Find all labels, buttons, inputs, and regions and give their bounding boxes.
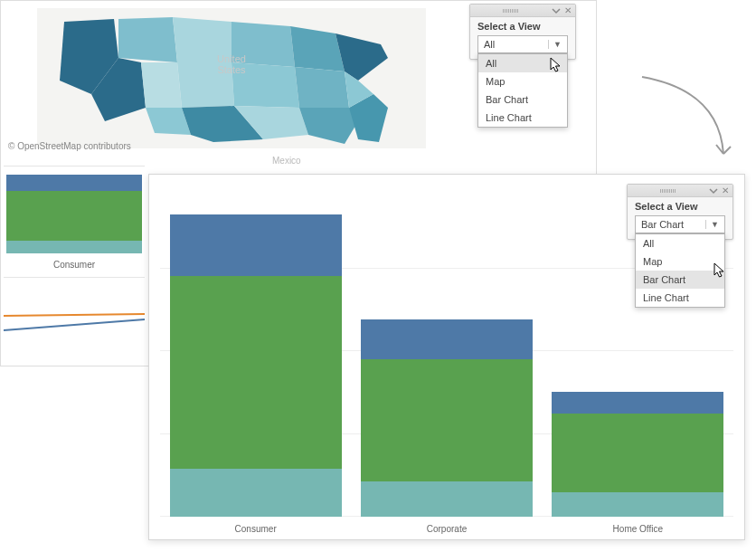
bar-stack: [552, 392, 723, 517]
svg-text:United: United: [217, 53, 246, 64]
chevron-down-icon[interactable]: [709, 186, 718, 195]
svg-line-4: [4, 319, 145, 330]
close-icon[interactable]: ✕: [564, 6, 572, 15]
dropdown-list[interactable]: All Map Bar Chart Line Chart: [635, 233, 725, 308]
map-attribution: © OpenStreetMap contributors: [8, 141, 131, 151]
mini-bar-label: Consumer: [4, 260, 145, 270]
bar-segment: [552, 414, 723, 492]
mini-line-svg: [4, 305, 145, 341]
x-axis-labels: Consumer Corporate Home Office: [160, 524, 733, 534]
dropdown-item-all[interactable]: All: [636, 234, 724, 252]
bar-group[interactable]: [170, 186, 342, 517]
dropdown-item-all[interactable]: All: [478, 54, 567, 72]
mini-bar-seg-blue: [6, 175, 142, 191]
svg-text:States: States: [217, 64, 246, 75]
dropdown-item-map[interactable]: Map: [636, 252, 724, 271]
bar-group[interactable]: [361, 186, 533, 517]
mini-bar-stack: [6, 175, 142, 253]
bar-stack: [361, 319, 533, 517]
select-box[interactable]: Bar Chart ▼: [635, 215, 725, 233]
usa-map-svg: United States: [37, 8, 426, 148]
param-card-back[interactable]: ✕ Select a View All ▼ All Map Bar Chart …: [469, 4, 576, 60]
dropdown-item-line[interactable]: Line Chart: [478, 109, 567, 127]
param-card-header[interactable]: ✕: [628, 185, 732, 197]
bar-segment: [170, 214, 342, 276]
x-label-consumer: Consumer: [170, 524, 342, 534]
bar-segment: [361, 319, 533, 359]
param-select[interactable]: Bar Chart ▼ All Map Bar Chart Line Chart: [635, 215, 725, 233]
dropdown-item-bar[interactable]: Bar Chart: [636, 271, 724, 289]
param-select[interactable]: All ▼ All Map Bar Chart Line Chart: [477, 35, 568, 53]
close-icon[interactable]: ✕: [722, 186, 729, 195]
param-card-header[interactable]: ✕: [470, 5, 575, 17]
grip-icon[interactable]: [628, 189, 709, 193]
flow-arrow-icon: [633, 72, 742, 172]
choropleth-map[interactable]: United States: [37, 8, 426, 148]
bar-segment: [361, 359, 533, 482]
mini-bar-seg-teal: [6, 241, 142, 253]
x-label-corporate: Corporate: [361, 524, 533, 534]
param-title: Select a View: [628, 197, 732, 214]
mini-bar-seg-green: [6, 191, 142, 241]
mini-line-chart[interactable]: [4, 277, 145, 363]
select-box[interactable]: All ▼: [477, 35, 568, 53]
bar-stack: [170, 214, 342, 517]
select-value: All: [484, 39, 495, 50]
bar-segment: [170, 469, 342, 517]
map-country-label: Mexico: [272, 156, 301, 166]
dropdown-item-line[interactable]: Line Chart: [636, 289, 724, 307]
param-card-front[interactable]: ✕ Select a View Bar Chart ▼ All Map Bar …: [627, 184, 733, 240]
caret-down-icon: ▼: [548, 40, 562, 49]
select-value: Bar Chart: [641, 219, 684, 230]
dropdown-item-map[interactable]: Map: [478, 72, 567, 90]
bar-segment: [552, 492, 723, 517]
caret-down-icon: ▼: [705, 220, 719, 229]
bar-chart-panel: Consumer Corporate Home Office ✕ Select …: [148, 174, 745, 540]
x-label-home-office: Home Office: [552, 524, 723, 534]
param-title: Select a View: [470, 17, 575, 33]
mini-bar-chart[interactable]: Consumer: [4, 166, 145, 270]
grip-icon[interactable]: [470, 9, 552, 13]
svg-line-3: [4, 314, 145, 316]
dropdown-item-bar[interactable]: Bar Chart: [478, 90, 567, 109]
bar-segment: [361, 481, 533, 517]
dropdown-list[interactable]: All Map Bar Chart Line Chart: [477, 53, 568, 128]
bar-segment: [170, 276, 342, 469]
bar-segment: [552, 392, 723, 414]
chevron-down-icon[interactable]: [552, 6, 561, 15]
